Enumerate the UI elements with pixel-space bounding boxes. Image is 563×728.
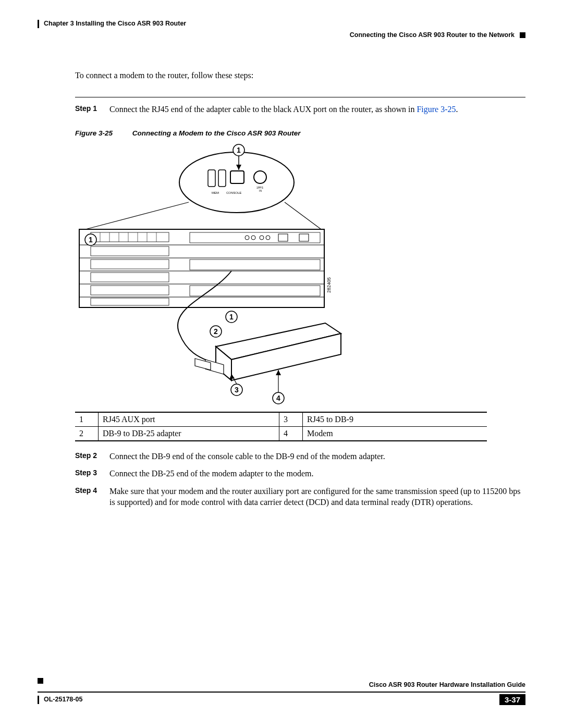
svg-rect-24 [91,273,169,282]
legend-desc: DB-9 to DB-25 adapter [99,426,279,441]
svg-rect-42 [299,234,309,241]
step-text: Make sure that your modem and the router… [109,486,525,508]
svg-marker-62 [276,370,281,375]
figure-caption: Figure 3-25 Connecting a Modem to the Ci… [75,129,525,138]
svg-point-39 [260,236,264,240]
svg-text:2: 2 [214,327,218,336]
footer-rule [38,692,525,693]
figure-link[interactable]: Figure 3-25 [417,105,456,114]
rule-above-steps [75,97,525,97]
legend-num: 2 [75,426,99,441]
svg-rect-35 [190,260,320,270]
svg-text:3: 3 [235,386,239,394]
step-1: Step 1 Connect the RJ45 end of the adapt… [75,104,525,115]
svg-line-14 [285,202,321,229]
svg-line-13 [85,202,189,229]
table-row: 2 DB-9 to DB-25 adapter 4 Modem [75,426,487,441]
legend-num: 4 [279,426,303,441]
svg-rect-25 [91,286,169,295]
step-text: Connect the DB-25 end of the modem adapt… [109,468,313,479]
section-title: Connecting the Cisco ASR 903 Router to t… [350,31,515,39]
page-number: 3-37 [499,694,525,705]
step-label: Step 2 [75,451,109,460]
step-label: Step 3 [75,468,109,477]
legend-desc: RJ45 AUX port [99,412,279,427]
step-label: Step 4 [75,486,109,495]
svg-text:4: 4 [276,394,280,402]
step1-text-before: Connect the RJ45 end of the adapter cabl… [109,105,417,114]
legend-desc: Modem [303,426,487,441]
header-square-icon [520,32,525,38]
guide-title: Cisco ASR 903 Router Hardware Installati… [369,681,525,688]
footer-square-icon [38,678,43,684]
svg-rect-41 [278,234,288,241]
step-4: Step 4 Make sure that your modem and the… [75,486,525,508]
svg-rect-1 [208,170,215,187]
step-3: Step 3 Connect the DB-25 end of the mode… [75,468,525,479]
footer-rule-vert [38,696,39,704]
svg-rect-22 [91,246,169,256]
svg-rect-23 [91,260,169,269]
step1-text-after: . [456,105,458,114]
svg-text:IN: IN [259,189,262,192]
header-rule [38,20,39,28]
svg-text:1: 1 [237,146,241,154]
svg-text:282405: 282405 [326,277,332,293]
svg-rect-2 [218,170,226,187]
svg-point-37 [245,236,249,240]
figure-diagram: MEM CONSOLE 1PPS IN 1 [75,141,525,406]
step-2: Step 2 Connect the DB-9 end of the conso… [75,451,525,462]
svg-text:MEM: MEM [212,191,219,194]
step-text: Connect the DB-9 end of the console cabl… [109,451,385,462]
doc-number: OL-25178-05 [44,696,82,703]
figure-title: Connecting a Modem to the Cisco ASR 903 … [132,129,301,137]
router-modem-diagram: MEM CONSOLE 1PPS IN 1 [75,141,487,406]
figure-label: Figure 3-25 [75,129,113,137]
svg-rect-26 [91,298,169,305]
page-footer: Cisco ASR 903 Router Hardware Installati… [38,692,525,708]
table-row: 1 RJ45 AUX port 3 RJ45 to DB-9 [75,412,487,427]
svg-text:CONSOLE: CONSOLE [226,191,241,194]
page-header: Chapter 3 Installing the Cisco ASR 903 R… [38,19,525,50]
svg-rect-21 [91,232,169,242]
svg-text:1: 1 [229,313,234,321]
legend-table: 1 RJ45 AUX port 3 RJ45 to DB-9 2 DB-9 to… [75,412,487,441]
intro-text: To connect a modem to the router, follow… [75,71,525,80]
chapter-title: Chapter 3 Installing the Cisco ASR 903 R… [44,20,186,27]
svg-text:1: 1 [89,236,93,244]
svg-rect-3 [230,171,244,183]
legend-num: 1 [75,412,99,427]
svg-point-4 [254,171,266,183]
step-text: Connect the RJ45 end of the adapter cabl… [109,104,458,115]
legend-num: 3 [279,412,303,427]
svg-point-38 [251,236,255,240]
legend-desc: RJ45 to DB-9 [303,412,487,427]
step-label: Step 1 [75,104,109,113]
svg-point-40 [266,236,270,240]
